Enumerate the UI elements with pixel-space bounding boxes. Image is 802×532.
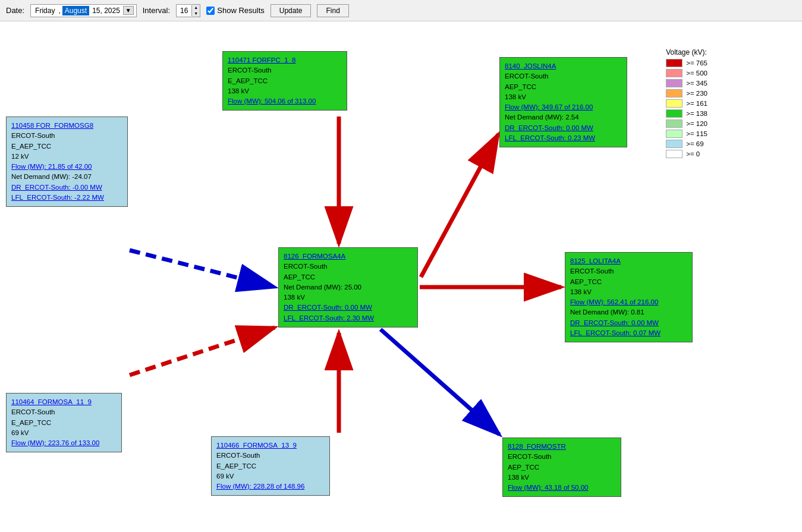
legend-item-label: >= 69 (686, 140, 703, 147)
node-formosa119-line3: 69 kV (11, 429, 29, 436)
node-forfpc18: 110471 FORFPC_1_8 ERCOT-South E_AEP_TCC … (222, 51, 347, 111)
legend-item-label: >= 230 (686, 90, 707, 97)
legend-item-label: >= 120 (686, 120, 707, 127)
legend-item-label: >= 138 (686, 110, 707, 117)
date-label: Date: (6, 6, 24, 15)
calendar-button[interactable]: ▼ (123, 6, 134, 15)
legend-item: >= 138 (666, 109, 707, 118)
node-formosa4a-line4: 138 kV (284, 294, 305, 301)
interval-down[interactable]: ▼ (192, 11, 200, 17)
node-formosa139-line1: ERCOT-South (216, 452, 260, 459)
node-formosg8-line3: 12 kV (11, 153, 29, 160)
legend-item-label: >= 765 (686, 59, 707, 67)
node-joslin4a-link[interactable]: 8140_JOSLIN4A (505, 62, 556, 70)
node-lolita4a-line1: ERCOT-South (570, 267, 614, 275)
node-formosa4a-line1: ERCOT-South (284, 263, 328, 270)
node-formostr-line1: ERCOT-South (508, 453, 552, 460)
node-formosg8-link[interactable]: 110458 FOR_FORMOSG8 (11, 122, 93, 129)
node-joslin4a-line3: 138 kV (505, 93, 526, 100)
node-lolita4a-line2: AEP_TCC (570, 278, 602, 285)
main-canvas: 110458 FOR_FORMOSG8 ERCOT-South E_AEP_TC… (0, 21, 713, 532)
arrow-formosa4a-to-formostr (380, 329, 499, 435)
legend-item-label: >= 345 (686, 80, 707, 87)
date-field: Friday , August 15, 2025 ▼ (30, 4, 137, 17)
node-forfpc18-flow[interactable]: Flow (MW): 504.06 of 313.00 (228, 97, 316, 105)
node-formosa119: 110464_FORMOSA_11_9 ERCOT-South E_AEP_TC… (6, 393, 122, 452)
node-formostr-line3: 138 kV (508, 474, 529, 481)
node-formosg8-dr[interactable]: DR_ERCOT-South: -0.00 MW (11, 184, 102, 191)
show-results-checkbox-label[interactable]: Show Results (206, 6, 264, 15)
node-formosa139-flow[interactable]: Flow (MW): 228.28 of 148.96 (216, 483, 304, 490)
arrow-formosa4a-to-joslin4a (421, 134, 498, 277)
node-joslin4a-dr[interactable]: DR_ERCOT-South: 0.00 MW (505, 124, 593, 131)
legend-title: Voltage (kV): (666, 48, 707, 56)
legend-item-label: >= 500 (686, 70, 707, 77)
node-joslin4a-lfl[interactable]: LFL_ERCOT-South: 0.23 MW (505, 134, 595, 141)
show-results-label: Show Results (217, 6, 264, 15)
node-forfpc18-line2: E_AEP_TCC (228, 77, 268, 84)
node-forfpc18-line3: 138 kV (228, 87, 249, 95)
find-button[interactable]: Find (317, 4, 348, 17)
node-forfpc18-line1: ERCOT-South (228, 67, 272, 74)
legend-item: >= 161 (666, 99, 707, 108)
legend-item: >= 0 (666, 150, 707, 158)
node-formosa119-line1: ERCOT-South (11, 408, 55, 415)
node-lolita4a-net: Net Demand (MW): 0.81 (570, 309, 644, 316)
node-formosa119-line2: E_AEP_TCC (11, 419, 51, 426)
node-formosa4a-flow[interactable]: DR_ERCOT-South: 0.00 MW (284, 304, 372, 311)
arrow-formosa119-to-formosa4a (130, 328, 275, 375)
interval-label: Interval: (143, 6, 170, 15)
node-formosa4a-lfl[interactable]: LFL_ERCOT-South: 2.30 MW (284, 314, 374, 322)
legend-item: >= 120 (666, 119, 707, 128)
legend-item: >= 345 (666, 79, 707, 87)
node-lolita4a-lfl[interactable]: LFL_ERCOT-South: 0.07 MW (570, 329, 661, 336)
node-formosg8-flow[interactable]: Flow (MW): 21.85 of 42.00 (11, 163, 92, 170)
node-formosg8-lfl[interactable]: LFL_ERCOT-South: -2.22 MW (11, 194, 104, 201)
node-formosa119-flow[interactable]: Flow (MW): 223.76 of 133.00 (11, 439, 99, 446)
node-formostr: 8128_FORMOSTR ERCOT-South AEP_TCC 138 kV… (502, 437, 621, 497)
node-formosg8-line2: E_AEP_TCC (11, 143, 51, 150)
date-month[interactable]: August (62, 6, 89, 15)
node-formosa4a-line3: Net Demand (MW): 25.00 (284, 284, 361, 291)
node-formosa139-line3: 69 kV (216, 473, 234, 480)
legend-items: >= 765>= 500>= 345>= 230>= 161>= 138>= 1… (666, 59, 707, 158)
node-formostr-flow[interactable]: Flow (MW): 43.18 of 50.00 (508, 484, 589, 491)
node-joslin4a-flow[interactable]: Flow (MW): 349.67 of 216.00 (505, 103, 593, 111)
date-year: 15, 2025 (90, 6, 122, 15)
node-lolita4a-dr[interactable]: DR_ERCOT-South: 0.00 MW (570, 319, 659, 326)
node-formosa139-link[interactable]: 110466_FORMOSA_13_9 (216, 442, 297, 449)
interval-up[interactable]: ▲ (192, 5, 200, 11)
legend-item: >= 230 (666, 89, 707, 97)
legend-item: >= 765 (666, 59, 707, 67)
interval-value: 16 (177, 5, 192, 16)
legend-item-label: >= 161 (686, 100, 707, 107)
node-forfpc18-link[interactable]: 110471 FORFPC_1_8 (228, 56, 295, 64)
node-formostr-line2: AEP_TCC (508, 464, 539, 471)
node-formosa119-link[interactable]: 110464_FORMOSA_11_9 (11, 398, 92, 405)
arrow-formosg8-to-formosa4a (130, 250, 275, 287)
node-formosa139-line2: E_AEP_TCC (216, 462, 256, 470)
legend-item: >= 69 (666, 140, 707, 148)
node-joslin4a: 8140_JOSLIN4A ERCOT-South AEP_TCC 138 kV… (499, 57, 627, 147)
legend-item-label: >= 115 (686, 130, 707, 137)
node-lolita4a-line3: 138 kV (570, 288, 592, 295)
voltage-legend: Voltage (kV): >= 765>= 500>= 345>= 230>=… (666, 48, 707, 160)
node-joslin4a-line2: AEP_TCC (505, 83, 536, 90)
node-formosa4a-line2: AEP_TCC (284, 273, 315, 281)
legend-item: >= 115 (666, 130, 707, 138)
toolbar: Date: Friday , August 15, 2025 ▼ Interva… (0, 0, 802, 21)
show-results-checkbox[interactable] (206, 7, 215, 15)
node-formosg8: 110458 FOR_FORMOSG8 ERCOT-South E_AEP_TC… (6, 117, 128, 207)
node-formosa4a-link[interactable]: 8126_FORMOSA4A (284, 253, 345, 260)
node-lolita4a: 8125_LOLITA4A ERCOT-South AEP_TCC 138 kV… (565, 252, 693, 342)
date-day: Friday (33, 6, 56, 15)
legend-item: >= 500 (666, 69, 707, 77)
update-button[interactable]: Update (271, 4, 312, 17)
node-formostr-link[interactable]: 8128_FORMOSTR (508, 443, 566, 450)
node-lolita4a-flow[interactable]: Flow (MW): 562.41 of 216.00 (570, 298, 658, 306)
node-lolita4a-link[interactable]: 8125_LOLITA4A (570, 257, 621, 265)
node-formosa4a: 8126_FORMOSA4A ERCOT-South AEP_TCC Net D… (278, 247, 418, 328)
legend-item-label: >= 0 (686, 150, 700, 158)
node-formosa139: 110466_FORMOSA_13_9 ERCOT-South E_AEP_TC… (211, 436, 330, 496)
interval-field: 16 ▲ ▼ (176, 4, 200, 17)
